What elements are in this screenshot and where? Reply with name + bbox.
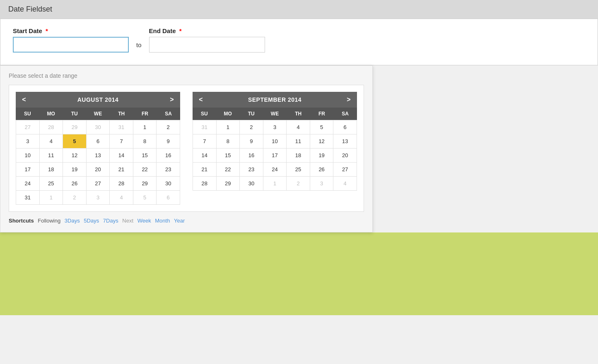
calendar-day[interactable]: 3 [16, 134, 40, 148]
calendar-day[interactable]: 22 [133, 163, 157, 177]
calendar-day[interactable]: 14 [110, 148, 133, 163]
calendar-day[interactable]: 12 [63, 148, 87, 163]
end-date-label: End Date * [149, 27, 265, 34]
end-date-group: End Date * [149, 27, 265, 53]
calendar-day[interactable]: 29 [133, 177, 157, 191]
calendar-day[interactable]: 20 [87, 163, 110, 177]
calendar-day[interactable]: 25 [40, 177, 63, 191]
september-prev-nav[interactable]: < [193, 92, 209, 108]
calendar-day[interactable]: 6 [87, 134, 110, 148]
calendar-day[interactable]: 7 [193, 134, 217, 148]
calendar-day[interactable]: 11 [40, 148, 63, 163]
calendar-day[interactable]: 1 [217, 120, 240, 134]
august-grid: 2728293031123456789101112131415161718192… [16, 120, 180, 205]
calendar-day[interactable]: 3 [263, 120, 287, 134]
calendar-day[interactable]: 15 [133, 148, 157, 163]
calendar-day[interactable]: 6 [333, 120, 357, 134]
september-next-nav[interactable]: > [340, 92, 357, 108]
august-prev-nav[interactable]: < [16, 92, 32, 108]
calendar-day[interactable]: 17 [16, 163, 40, 177]
calendar-day[interactable]: 19 [63, 163, 87, 177]
calendar-day[interactable]: 26 [310, 163, 334, 177]
calendar-day[interactable]: 9 [157, 134, 180, 148]
calendar-day[interactable]: 5 [63, 134, 87, 148]
calendar-day[interactable]: 14 [193, 148, 217, 163]
calendar-day[interactable]: 30 [240, 177, 263, 191]
start-date-required: * [46, 27, 48, 34]
calendar-day[interactable]: 26 [63, 177, 87, 191]
calendar-day[interactable]: 20 [333, 148, 357, 163]
calendar-day[interactable]: 19 [310, 148, 334, 163]
calendar-day[interactable]: 10 [16, 148, 40, 163]
calendar-day[interactable]: 31 [16, 191, 40, 205]
calendar-day[interactable]: 13 [333, 134, 357, 148]
calendar-day: 29 [63, 120, 87, 134]
sep-day-we: WE [263, 108, 287, 120]
calendar-day[interactable]: 8 [133, 134, 157, 148]
calendar-day[interactable]: 4 [40, 134, 63, 148]
calendar-day[interactable]: 24 [16, 177, 40, 191]
shortcut-week[interactable]: Week [137, 218, 151, 224]
calendar-day[interactable]: 21 [193, 163, 217, 177]
calendar-day[interactable]: 28 [193, 177, 217, 191]
sep-day-th: TH [287, 108, 310, 120]
calendar-day: 4 [110, 191, 133, 205]
calendar-day[interactable]: 27 [333, 163, 357, 177]
calendar-day[interactable]: 29 [217, 177, 240, 191]
calendar-day[interactable]: 15 [217, 148, 240, 163]
sep-day-sa: SA [333, 108, 357, 120]
green-background [0, 232, 598, 315]
start-date-input[interactable] [13, 37, 129, 53]
start-date-group: Start Date * [13, 27, 129, 53]
aug-day-su: SU [16, 108, 39, 120]
calendar-day[interactable]: 18 [40, 163, 63, 177]
calendar-day[interactable]: 16 [240, 148, 263, 163]
calendar-day: 1 [263, 177, 287, 191]
shortcut-month[interactable]: Month [155, 218, 170, 224]
calendar-day[interactable]: 2 [157, 120, 180, 134]
sep-day-su: SU [193, 108, 216, 120]
calendar-day[interactable]: 18 [287, 148, 310, 163]
calendar-day: 31 [193, 120, 217, 134]
calendar-day[interactable]: 10 [263, 134, 287, 148]
shortcut-3days[interactable]: 3Days [65, 218, 80, 224]
calendar-day[interactable]: 27 [87, 177, 110, 191]
sep-day-fr: FR [310, 108, 334, 120]
calendar-day[interactable]: 21 [110, 163, 133, 177]
shortcut-5days[interactable]: 5Days [84, 218, 99, 224]
calendar-day[interactable]: 13 [87, 148, 110, 163]
calendar-day[interactable]: 1 [133, 120, 157, 134]
calendar-day[interactable]: 4 [287, 120, 310, 134]
calendar-day[interactable]: 24 [263, 163, 287, 177]
calendar-day: 1 [40, 191, 63, 205]
september-grid: 3112345678910111213141516171819202122232… [193, 120, 357, 191]
calendar-day[interactable]: 5 [310, 120, 334, 134]
page-wrapper: Date Fieldset Start Date * to End Date * [0, 0, 598, 364]
september-day-headers: SU MO TU WE TH FR SA [193, 108, 357, 120]
calendar-day[interactable]: 23 [240, 163, 263, 177]
august-next-nav[interactable]: > [164, 92, 180, 108]
calendar-day[interactable]: 22 [217, 163, 240, 177]
calendar-day[interactable]: 8 [217, 134, 240, 148]
calendar-day[interactable]: 11 [287, 134, 310, 148]
calendar-day[interactable]: 30 [157, 177, 180, 191]
end-date-input[interactable] [149, 37, 265, 53]
calendar-day: 6 [157, 191, 180, 205]
calendar-day[interactable]: 23 [157, 163, 180, 177]
shortcut-year[interactable]: Year [174, 218, 185, 224]
calendar-popup: Please select a date range < AUGUST 2014… [0, 65, 373, 232]
calendar-day[interactable]: 28 [110, 177, 133, 191]
calendar-day[interactable]: 16 [157, 148, 180, 163]
shortcut-7days[interactable]: 7Days [103, 218, 118, 224]
calendar-day[interactable]: 2 [240, 120, 263, 134]
calendar-day[interactable]: 12 [310, 134, 334, 148]
calendar-day[interactable]: 7 [110, 134, 133, 148]
calendar-day[interactable]: 17 [263, 148, 287, 163]
calendar-day: 5 [133, 191, 157, 205]
august-calendar: < AUGUST 2014 > SU MO TU WE TH FR SA 272… [16, 92, 180, 205]
calendar-day[interactable]: 25 [287, 163, 310, 177]
calendar-day[interactable]: 9 [240, 134, 263, 148]
date-fields-row: Start Date * to End Date * [13, 27, 585, 53]
calendar-hint: Please select a date range [9, 72, 364, 79]
shortcuts-next: Next [122, 218, 133, 224]
